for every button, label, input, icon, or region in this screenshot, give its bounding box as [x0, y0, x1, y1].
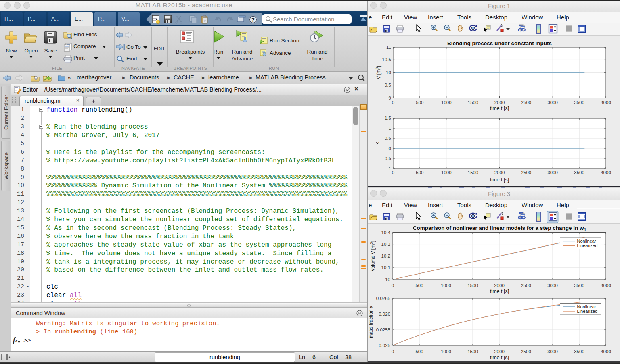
svg-text:2500: 2500: [521, 170, 532, 175]
svg-text:1500: 1500: [467, 283, 478, 288]
svg-text:10.3: 10.3: [381, 242, 390, 247]
svg-text:4000: 4000: [601, 170, 611, 175]
svg-text:2500: 2500: [521, 100, 532, 105]
svg-text:4000: 4000: [601, 283, 611, 288]
svg-text:1000: 1000: [441, 100, 452, 105]
svg-text:-0.5: -0.5: [383, 156, 391, 161]
svg-text:Linearized: Linearized: [577, 309, 598, 314]
svg-text:-1: -1: [387, 166, 391, 171]
svg-text:2500: 2500: [521, 283, 531, 288]
svg-text:time t [s]: time t [s]: [490, 289, 509, 294]
svg-text:time t [s]: time t [s]: [490, 106, 509, 111]
svg-text:3000: 3000: [547, 100, 558, 105]
svg-text:0.0265: 0.0265: [376, 296, 390, 301]
svg-text:1500: 1500: [468, 100, 478, 105]
svg-text:3000: 3000: [547, 170, 558, 175]
svg-text:10.4: 10.4: [381, 230, 391, 235]
svg-text:1000: 1000: [441, 349, 451, 354]
svg-text:9: 9: [389, 96, 391, 100]
svg-text:9.5: 9.5: [385, 83, 391, 87]
svg-text:10.2: 10.2: [381, 254, 390, 258]
svg-text:1500: 1500: [468, 170, 478, 175]
svg-text:500: 500: [416, 170, 423, 175]
svg-text:4000: 4000: [601, 349, 611, 354]
svg-text:1: 1: [389, 126, 391, 131]
svg-text:?: ?: [251, 17, 255, 23]
svg-text:0.5: 0.5: [385, 136, 391, 141]
svg-text:3500: 3500: [574, 100, 584, 105]
svg-text:3500: 3500: [574, 170, 584, 175]
svg-text:time t [s]: time t [s]: [490, 177, 509, 183]
svg-text:0: 0: [392, 170, 394, 175]
svg-text:Blending process under constan: Blending process under constant inputs: [447, 40, 552, 46]
svg-text:4000: 4000: [601, 100, 611, 105]
svg-text:3000: 3000: [547, 349, 558, 354]
svg-text:0: 0: [392, 100, 394, 105]
svg-text:10: 10: [385, 277, 390, 282]
svg-text:x: x: [375, 142, 380, 145]
svg-text:0: 0: [392, 283, 394, 288]
svg-text:1.5: 1.5: [385, 116, 391, 121]
svg-text:3500: 3500: [574, 349, 584, 354]
svg-text:mass fraction x: mass fraction x: [368, 306, 374, 338]
svg-text:0: 0: [392, 349, 394, 354]
svg-text:500: 500: [416, 100, 423, 105]
svg-text:10: 10: [386, 70, 391, 75]
svg-text:2000: 2000: [494, 349, 505, 354]
svg-text:1000: 1000: [441, 283, 451, 288]
svg-text:0.026: 0.026: [379, 312, 390, 316]
svg-text:2500: 2500: [521, 349, 531, 354]
svg-text:10.1: 10.1: [381, 265, 390, 270]
svg-text:0: 0: [389, 146, 391, 151]
svg-text:1500: 1500: [467, 349, 478, 354]
svg-text:2000: 2000: [494, 283, 505, 288]
svg-text:Comparison of nonlinear and li: Comparison of nonlinear and linear model…: [413, 225, 586, 232]
svg-text:3000: 3000: [547, 283, 558, 288]
svg-text:2000: 2000: [494, 100, 505, 105]
svg-text:2000: 2000: [494, 170, 505, 175]
svg-text:11: 11: [386, 45, 391, 50]
svg-text:10.5: 10.5: [382, 57, 391, 62]
svg-text:0.0255: 0.0255: [376, 327, 390, 332]
svg-text:time t [s]: time t [s]: [490, 355, 509, 360]
svg-text:3500: 3500: [574, 283, 584, 288]
svg-text:500: 500: [415, 349, 423, 354]
svg-text:1000: 1000: [441, 170, 452, 175]
svg-text:500: 500: [415, 283, 423, 288]
svg-text:volume V [m3]: volume V [m3]: [369, 241, 376, 271]
svg-text:Linearized: Linearized: [577, 243, 598, 248]
svg-text:0.025: 0.025: [379, 343, 390, 348]
svg-text:V [m3]: V [m3]: [375, 66, 381, 79]
